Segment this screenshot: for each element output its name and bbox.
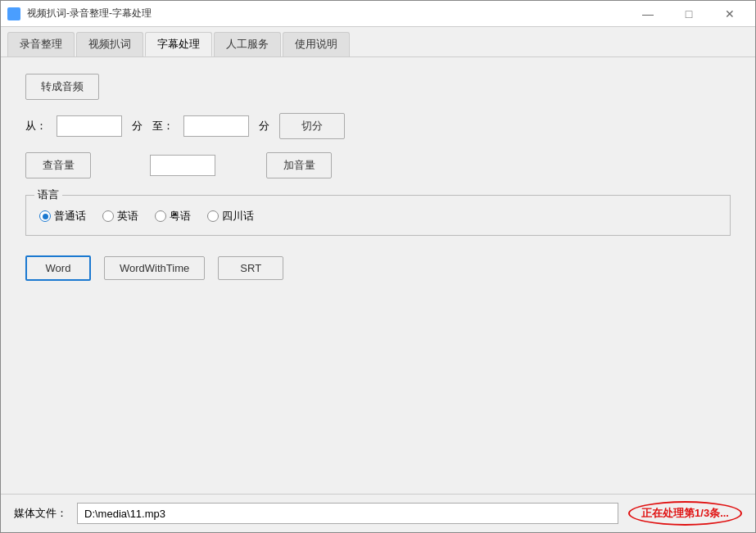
from-input[interactable] [57,115,122,137]
word-with-time-button[interactable]: WordWithTime [104,256,205,280]
srt-button[interactable]: SRT [218,256,283,280]
add-volume-button[interactable]: 加音量 [266,152,332,178]
close-button[interactable]: ✕ [711,4,749,24]
tab-service[interactable]: 人工服务 [214,32,281,56]
cut-row: 从： 分 至： 分 切分 [25,113,731,139]
title-bar: 视频扒词-录音整理-字幕处理 — □ ✕ [1,1,755,27]
convert-audio-row: 转成音频 [25,74,731,100]
radio-mandarin[interactable]: 普通话 [39,209,86,224]
tab-video[interactable]: 视频扒词 [76,32,143,56]
output-buttons-row: Word WordWithTime SRT [25,255,731,281]
window-title: 视频扒词-录音整理-字幕处理 [27,7,152,20]
to-input[interactable] [183,115,249,137]
tab-recording[interactable]: 录音整理 [7,32,75,56]
word-button[interactable]: Word [25,255,91,281]
radio-cantonese[interactable]: 粤语 [155,209,191,224]
radio-sichuan[interactable]: 四川话 [207,209,254,224]
radio-label-sichuan: 四川话 [222,209,254,224]
radio-circle-cantonese [155,210,166,222]
status-text: 正在处理第1/3条... [628,501,742,526]
minute-label-1: 分 [132,119,143,133]
radio-english[interactable]: 英语 [102,209,138,224]
media-path-input[interactable] [77,503,618,524]
check-volume-button[interactable]: 查音量 [25,152,91,178]
main-window: 视频扒词-录音整理-字幕处理 — □ ✕ 录音整理 视频扒词 字幕处理 人工服务… [0,0,756,533]
maximize-button[interactable]: □ [670,4,708,24]
bottom-bar: 媒体文件： 正在处理第1/3条... [1,494,755,532]
tab-subtitle[interactable]: 字幕处理 [145,32,212,56]
radio-group: 普通话 英语 粤语 四川话 [39,209,717,224]
convert-audio-button[interactable]: 转成音频 [25,74,99,100]
volume-row: 查音量 加音量 [25,152,731,178]
radio-circle-english [102,210,114,222]
radio-circle-sichuan [207,210,219,222]
radio-label-mandarin: 普通话 [54,209,86,224]
tab-help[interactable]: 使用说明 [283,32,350,56]
title-bar-left: 视频扒词-录音整理-字幕处理 [7,7,152,20]
cut-button[interactable]: 切分 [279,113,345,139]
title-bar-controls: — □ ✕ [629,4,749,24]
tab-bar: 录音整理 视频扒词 字幕处理 人工服务 使用说明 [1,27,755,57]
minute-label-2: 分 [259,119,269,133]
radio-circle-mandarin [39,210,51,222]
language-legend: 语言 [34,187,62,202]
media-label: 媒体文件： [14,506,67,521]
to-label: 至： [152,119,174,133]
language-group: 语言 普通话 英语 粤语 四川话 [25,195,731,236]
radio-label-cantonese: 粤语 [170,209,191,224]
volume-display [150,155,215,176]
main-content: 转成音频 从： 分 至： 分 切分 查音量 加音量 语言 [1,57,755,494]
radio-dot-mandarin [43,214,48,219]
from-label: 从： [25,119,47,133]
minimize-button[interactable]: — [629,4,667,24]
radio-label-english: 英语 [117,209,138,224]
app-icon [7,7,20,20]
